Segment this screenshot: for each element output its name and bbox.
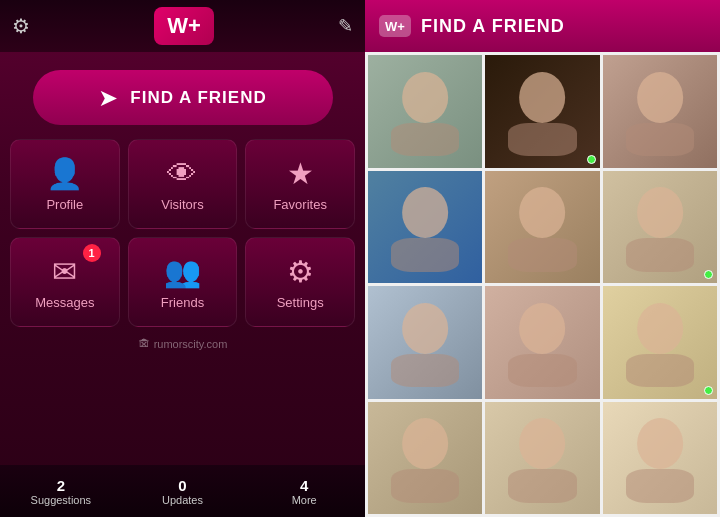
online-indicator: [704, 386, 713, 395]
photo-2[interactable]: [485, 55, 599, 168]
find-friend-button[interactable]: ➤ FIND A FRIEND: [33, 70, 333, 125]
visitors-label: Visitors: [161, 197, 203, 212]
photo-9[interactable]: [603, 286, 717, 399]
friends-label: Friends: [161, 295, 204, 310]
messages-label: Messages: [35, 295, 94, 310]
find-friend-label: FIND A FRIEND: [130, 88, 266, 108]
right-panel: W+ FIND A FRIEND: [365, 0, 720, 517]
updates-label: Updates: [162, 494, 203, 506]
settings-label: Settings: [277, 295, 324, 310]
photo-8[interactable]: [485, 286, 599, 399]
visitors-button[interactable]: 👁 Visitors: [128, 139, 238, 229]
left-header: ⚙ W+ ✎: [0, 0, 365, 52]
more-label: More: [292, 494, 317, 506]
app-logo: W+: [154, 7, 214, 45]
online-indicator: [704, 270, 713, 279]
profile-button[interactable]: 👤 Profile: [10, 139, 120, 229]
nav-more[interactable]: 4 More: [243, 465, 365, 517]
favorites-label: Favorites: [273, 197, 326, 212]
friends-icon: 👥: [164, 254, 201, 289]
photo-1[interactable]: [368, 55, 482, 168]
left-panel: ⚙ W+ ✎ ➤ FIND A FRIEND 👤 Profile 👁 Visit…: [0, 0, 365, 517]
right-logo: W+: [379, 15, 411, 37]
suggestions-label: Suggestions: [31, 494, 92, 506]
online-indicator: [587, 155, 596, 164]
photo-3[interactable]: [603, 55, 717, 168]
main-grid: 👤 Profile 👁 Visitors ★ Favorites 1 ✉ Mes…: [0, 139, 365, 327]
right-header-title: FIND A FRIEND: [421, 16, 565, 37]
watermark: 🏚 rumorscity.com: [138, 337, 228, 351]
photo-4[interactable]: [368, 171, 482, 284]
nav-suggestions[interactable]: 2 Suggestions: [0, 465, 122, 517]
favorites-button[interactable]: ★ Favorites: [245, 139, 355, 229]
messages-badge: 1: [83, 244, 101, 262]
updates-count: 0: [178, 477, 186, 494]
settings-icon[interactable]: ⚙: [12, 14, 30, 38]
suggestions-count: 2: [57, 477, 65, 494]
friends-button[interactable]: 👥 Friends: [128, 237, 238, 327]
messages-button[interactable]: 1 ✉ Messages: [10, 237, 120, 327]
more-count: 4: [300, 477, 308, 494]
photo-7[interactable]: [368, 286, 482, 399]
photo-10[interactable]: [368, 402, 482, 515]
photo-6[interactable]: [603, 171, 717, 284]
bottom-nav: 2 Suggestions 0 Updates 4 More: [0, 465, 365, 517]
photo-12[interactable]: [603, 402, 717, 515]
nav-updates[interactable]: 0 Updates: [122, 465, 244, 517]
profile-label: Profile: [46, 197, 83, 212]
photo-11[interactable]: [485, 402, 599, 515]
location-pin-icon: ➤: [98, 84, 118, 112]
building-icon: 🏚: [138, 337, 150, 351]
gear-icon: ⚙: [287, 254, 314, 289]
messages-icon: ✉: [52, 254, 77, 289]
photo-5[interactable]: [485, 171, 599, 284]
settings-button[interactable]: ⚙ Settings: [245, 237, 355, 327]
edit-icon[interactable]: ✎: [338, 15, 353, 37]
profile-icon: 👤: [46, 156, 83, 191]
visitors-icon: 👁: [167, 157, 197, 191]
watermark-text: rumorscity.com: [154, 338, 228, 350]
right-header: W+ FIND A FRIEND: [365, 0, 720, 52]
photo-grid: [365, 52, 720, 517]
favorites-icon: ★: [287, 156, 314, 191]
